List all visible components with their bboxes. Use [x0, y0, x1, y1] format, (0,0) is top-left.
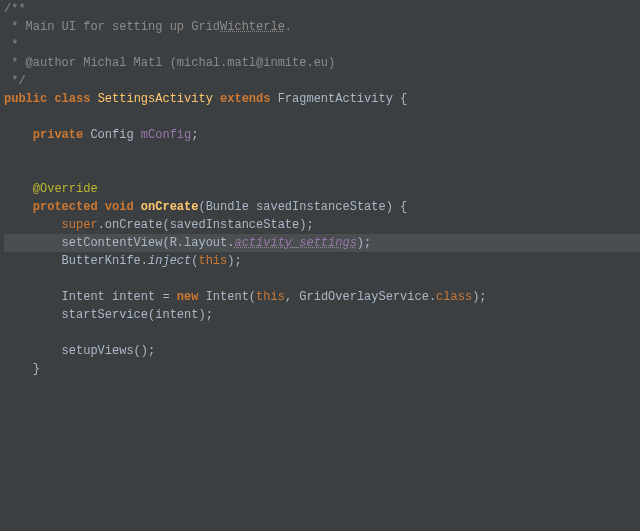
token: } [4, 362, 40, 376]
code-line-1[interactable]: /** [4, 0, 640, 18]
token: protected void [33, 200, 141, 214]
token: this [256, 290, 285, 304]
code-line-17[interactable]: Intent intent = new Intent(this, GridOve… [4, 288, 640, 306]
token: FragmentActivity { [278, 92, 408, 106]
token: */ [4, 74, 26, 88]
token: this [198, 254, 227, 268]
code-line-4[interactable]: * @author Michal Matl (michal.matl@inmit… [4, 54, 640, 72]
code-line-11[interactable]: @Override [4, 180, 640, 198]
token: . [285, 20, 292, 34]
code-line-12[interactable]: protected void onCreate(Bundle savedInst… [4, 198, 640, 216]
code-line-6[interactable]: public class SettingsActivity extends Fr… [4, 90, 640, 108]
token: * Main UI for setting up Grid [4, 20, 220, 34]
token: mConfig [141, 128, 191, 142]
token: ); [472, 290, 486, 304]
token: public class [4, 92, 98, 106]
token [4, 128, 33, 142]
token: setupViews(); [4, 344, 155, 358]
code-line-2[interactable]: * Main UI for setting up GridWichterle. [4, 18, 640, 36]
code-line-14[interactable]: setContentView(R.layout.activity_setting… [4, 234, 640, 252]
token [4, 182, 33, 196]
code-line-10[interactable] [4, 162, 640, 180]
code-line-15[interactable]: ButterKnife.inject(this); [4, 252, 640, 270]
token: * @author Michal Matl (michal.matl@inmit… [4, 56, 335, 70]
token: , GridOverlayService. [285, 290, 436, 304]
token: ); [357, 236, 371, 250]
token: private [33, 128, 91, 142]
code-line-16[interactable] [4, 270, 640, 288]
code-line-9[interactable] [4, 144, 640, 162]
token: startService(intent); [4, 308, 213, 322]
token [4, 218, 62, 232]
token: new [177, 290, 206, 304]
token: extends [220, 92, 278, 106]
token: SettingsActivity [98, 92, 220, 106]
token: .onCreate(savedInstanceState); [98, 218, 314, 232]
token: @Override [33, 182, 98, 196]
token: inject [148, 254, 191, 268]
token: activity_settings [234, 236, 356, 250]
token: onCreate [141, 200, 199, 214]
token: ButterKnife. [4, 254, 148, 268]
token: (Bundle savedInstanceState) { [198, 200, 407, 214]
code-line-20[interactable]: setupViews(); [4, 342, 640, 360]
code-line-13[interactable]: super.onCreate(savedInstanceState); [4, 216, 640, 234]
token: ; [191, 128, 198, 142]
token: /** [4, 2, 26, 16]
token: * [4, 38, 18, 52]
token: super [62, 218, 98, 232]
code-line-19[interactable] [4, 324, 640, 342]
token: Intent intent = [4, 290, 177, 304]
token: class [436, 290, 472, 304]
token [4, 200, 33, 214]
code-line-18[interactable]: startService(intent); [4, 306, 640, 324]
token: Config [90, 128, 140, 142]
token: ); [227, 254, 241, 268]
code-line-8[interactable]: private Config mConfig; [4, 126, 640, 144]
code-line-3[interactable]: * [4, 36, 640, 54]
token: setContentView(R.layout. [4, 236, 234, 250]
code-line-7[interactable] [4, 108, 640, 126]
token: Intent( [206, 290, 256, 304]
code-editor[interactable]: /** * Main UI for setting up GridWichter… [0, 0, 640, 531]
code-line-5[interactable]: */ [4, 72, 640, 90]
token: Wichterle [220, 20, 285, 34]
code-line-21[interactable]: } [4, 360, 640, 378]
